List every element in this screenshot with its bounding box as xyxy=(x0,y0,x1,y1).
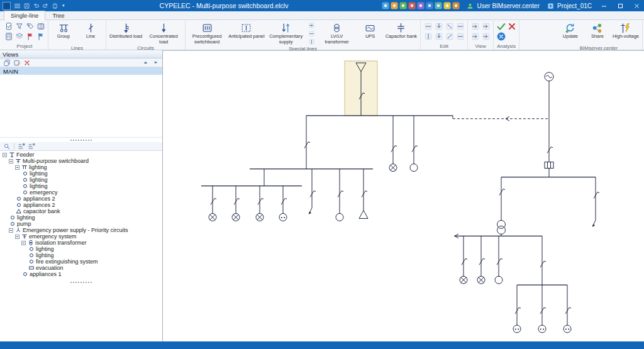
collapse-toggle-icon[interactable] xyxy=(21,241,26,245)
view-zoom-icon[interactable] xyxy=(470,21,480,31)
lamp-symbol[interactable] xyxy=(256,213,264,221)
user-chip[interactable]: User BIMserver.center xyxy=(464,0,542,11)
tree-node[interactable]: lighting xyxy=(0,183,162,189)
tree-node[interactable]: fire extinguishing system xyxy=(0,258,162,265)
tree-node[interactable]: isolation transformer xyxy=(0,240,162,246)
line-button[interactable]: Line xyxy=(77,21,104,45)
project-chip[interactable]: Project_01C xyxy=(544,0,595,11)
tree-node[interactable]: lighting xyxy=(0,246,162,252)
collapse-toggle-icon[interactable] xyxy=(15,235,19,239)
mini-supply-2-icon[interactable] xyxy=(306,30,317,38)
mini-supply-1-icon[interactable] xyxy=(306,21,317,30)
copy-view-icon[interactable] xyxy=(3,59,11,67)
tree-node[interactable]: appliances 2 xyxy=(0,202,162,208)
circle-symbol[interactable] xyxy=(495,276,502,284)
columns-icon[interactable] xyxy=(35,21,46,31)
collapse-toggle-icon[interactable] xyxy=(15,165,19,170)
check-icon[interactable] xyxy=(496,21,506,31)
bim-chat-icon[interactable] xyxy=(435,2,442,9)
edit-raise-icon[interactable] xyxy=(444,31,455,42)
quick-access-caret-icon[interactable]: ▾ xyxy=(61,3,66,8)
edit-copy-icon[interactable] xyxy=(433,21,444,31)
calculator-icon[interactable] xyxy=(3,31,14,42)
meter-symbol[interactable] xyxy=(545,162,553,169)
lv-lv-transformer-button[interactable]: LV/LV transformer xyxy=(318,21,357,45)
collapse-all-icon[interactable] xyxy=(27,143,36,150)
tree-node[interactable]: Emergency power supply - Priority circui… xyxy=(0,227,162,233)
socket-symbol[interactable] xyxy=(279,213,287,221)
ups-button[interactable]: UPS xyxy=(357,21,384,45)
print-icon[interactable] xyxy=(50,2,59,10)
lamp-symbol[interactable] xyxy=(460,276,467,284)
anticipated-panel-button[interactable]: Anticipated panel xyxy=(227,21,266,45)
tree-node[interactable]: pump xyxy=(0,221,162,227)
distributed-load-button[interactable]: Distributed load xyxy=(108,21,143,45)
panel-splitter[interactable] xyxy=(0,138,162,142)
app-icon[interactable] xyxy=(3,2,11,10)
arrow-symbol[interactable] xyxy=(592,220,596,226)
edit-view-icon[interactable] xyxy=(13,59,21,67)
tree-node[interactable]: Multi-purpose switchboard xyxy=(0,158,162,164)
tree-node[interactable]: evacuation xyxy=(0,265,162,271)
tree-node[interactable]: emergency xyxy=(0,189,162,196)
circle-x-icon[interactable] xyxy=(496,31,506,42)
lamp-symbol[interactable] xyxy=(232,213,240,221)
edit-info-icon[interactable] xyxy=(423,31,433,42)
collapse-toggle-icon[interactable] xyxy=(9,159,13,163)
tree-node[interactable]: lighting xyxy=(0,214,162,221)
document-check-icon[interactable] xyxy=(3,21,14,31)
gen-symbol[interactable] xyxy=(545,72,553,81)
tree-node[interactable]: appliances 2 xyxy=(0,196,162,202)
single-line-diagram[interactable] xyxy=(163,51,644,341)
bim-apps-icon[interactable] xyxy=(417,2,425,9)
panel-splitter-bottom[interactable] xyxy=(0,280,162,284)
tri-symbol[interactable] xyxy=(359,210,368,218)
view-full-icon[interactable] xyxy=(480,31,491,42)
layers-icon[interactable] xyxy=(14,31,25,42)
tree-node[interactable]: Feeder xyxy=(0,152,162,158)
edit-swap-icon[interactable] xyxy=(433,31,444,42)
tree-node[interactable]: lighting xyxy=(0,252,162,258)
group-button[interactable]: Group xyxy=(50,21,77,45)
edit-delete-icon[interactable] xyxy=(444,21,455,31)
tree-node[interactable]: lighting xyxy=(0,164,162,170)
update-button[interactable]: Update xyxy=(557,21,584,45)
high-voltage-button[interactable]: High-voltage xyxy=(611,21,640,45)
bim-sync-icon[interactable] xyxy=(382,2,389,9)
maximize-button[interactable] xyxy=(613,0,628,11)
expand-all-icon[interactable] xyxy=(17,143,26,150)
close-button[interactable] xyxy=(629,0,644,11)
bim-search-icon[interactable] xyxy=(399,2,407,9)
edit-lower-icon[interactable] xyxy=(455,31,465,42)
circle-symbol[interactable] xyxy=(410,164,418,172)
lamp-symbol[interactable] xyxy=(477,276,485,284)
tree-node[interactable]: emergency system xyxy=(0,233,162,240)
preconfigured-switchboard-button[interactable]: Preconfigured switchboard xyxy=(187,21,226,45)
arrow-symbol[interactable] xyxy=(309,208,312,214)
minimize-button[interactable] xyxy=(596,0,611,11)
tree-node[interactable]: lighting xyxy=(0,170,162,177)
circle-symbol[interactable] xyxy=(336,213,343,221)
cross-icon[interactable] xyxy=(506,21,517,31)
breaker-symbols[interactable] xyxy=(211,93,599,314)
search-icon[interactable] xyxy=(3,143,11,150)
delete-view-icon[interactable] xyxy=(23,59,31,67)
edit-rotate-icon[interactable] xyxy=(455,21,465,31)
bim-palette-icon[interactable] xyxy=(426,2,433,9)
collapse-toggle-icon[interactable] xyxy=(9,228,13,233)
socket-symbol[interactable] xyxy=(564,325,571,333)
bim-notes-icon[interactable] xyxy=(443,2,451,9)
tree-node[interactable]: appliances 1 xyxy=(0,271,162,277)
save-icon[interactable] xyxy=(22,2,31,10)
tab-single-line[interactable]: Single-line xyxy=(4,11,45,20)
collapse-toggle-icon[interactable] xyxy=(3,153,7,157)
tree-node[interactable]: lighting xyxy=(0,177,162,183)
complementary-supply-button[interactable]: Complementary supply xyxy=(267,21,306,45)
menu-icon[interactable] xyxy=(13,2,21,10)
mini-supply-3-icon[interactable] xyxy=(306,38,317,46)
view-redraw-icon[interactable] xyxy=(470,31,480,42)
bim-alert-icon[interactable] xyxy=(408,2,416,9)
flag-red-icon[interactable] xyxy=(25,31,35,42)
bim-download-icon[interactable] xyxy=(452,2,460,9)
up-arrow-icon[interactable] xyxy=(141,59,150,67)
